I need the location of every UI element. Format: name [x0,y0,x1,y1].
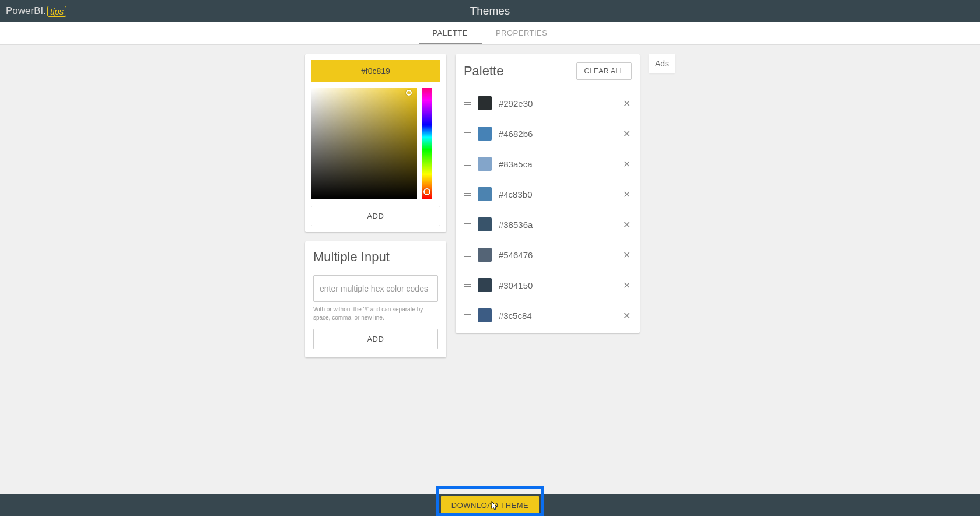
palette-row: #4c83b0✕ [463,179,633,209]
multiple-hex-input[interactable] [313,275,438,302]
color-swatch [478,248,492,262]
color-swatch [478,187,492,201]
remove-color-button[interactable]: ✕ [622,97,632,110]
remove-color-button[interactable]: ✕ [622,309,632,322]
drag-handle-icon[interactable] [464,254,471,257]
remove-color-button[interactable]: ✕ [622,248,632,262]
palette-row: #3c5c84✕ [463,300,633,331]
color-swatch [478,308,492,322]
multiple-input-card: Multiple Input With or without the '#' a… [305,241,446,357]
hex-label: #38536a [499,220,615,230]
multiple-input-title: Multiple Input [313,250,438,265]
saturation-panel[interactable] [311,88,417,199]
multiple-input-helper: With or without the '#' and can separate… [313,306,438,322]
palette-row: #546476✕ [463,240,633,270]
download-theme-button[interactable]: DOWNLOAD THEME [441,496,539,515]
tabs-bar: PALETTE PROPERTIES [0,22,980,45]
color-swatch [478,96,492,110]
remove-color-button[interactable]: ✕ [622,188,632,201]
color-picker-card: #f0c819 ADD [305,54,446,232]
current-hex-display: #f0c819 [311,60,440,82]
palette-row: #304150✕ [463,270,633,300]
content-area: #f0c819 ADD Multiple Input With or witho… [0,45,980,367]
hex-label: #4c83b0 [499,189,615,199]
hex-label: #3c5c84 [499,311,615,321]
tab-palette[interactable]: PALETTE [419,22,482,44]
left-column: #f0c819 ADD Multiple Input With or witho… [305,54,446,357]
saturation-handle[interactable] [406,90,412,96]
picker-body [311,88,440,199]
hex-label: #546476 [499,250,615,260]
color-swatch [478,278,492,292]
remove-color-button[interactable]: ✕ [622,127,632,141]
add-color-button[interactable]: ADD [311,206,440,226]
drag-handle-icon[interactable] [464,132,471,135]
hue-slider[interactable] [422,88,432,199]
hue-handle[interactable] [424,188,430,195]
drag-handle-icon[interactable] [464,193,471,196]
hex-label: #4682b6 [499,129,615,139]
top-bar: PowerBI.tips Themes [0,0,980,22]
drag-handle-icon[interactable] [464,102,471,105]
palette-row: #38536a✕ [463,209,633,240]
remove-color-button[interactable]: ✕ [622,157,632,171]
drag-handle-icon[interactable] [464,284,471,287]
clear-all-button[interactable]: CLEAR ALL [576,62,632,80]
remove-color-button[interactable]: ✕ [622,218,632,231]
palette-card: Palette CLEAR ALL #292e30✕#4682b6✕#83a5c… [456,54,640,333]
hex-label: #83a5ca [499,159,615,169]
bottom-bar: DOWNLOAD THEME [0,494,980,516]
color-swatch [478,127,492,141]
logo[interactable]: PowerBI.tips [6,5,66,17]
color-swatch [478,217,492,231]
hex-label: #292e30 [499,99,615,108]
logo-suffix: tips [47,6,66,17]
hex-label: #304150 [499,280,615,290]
page-title: Themes [470,5,510,17]
ads-box: Ads [649,54,675,73]
add-multiple-button[interactable]: ADD [313,329,438,349]
palette-title: Palette [464,64,504,79]
drag-handle-icon[interactable] [464,223,471,226]
palette-row: #292e30✕ [463,88,633,118]
logo-prefix: PowerBI. [6,5,46,17]
color-swatch [478,157,492,171]
remove-color-button[interactable]: ✕ [622,279,632,292]
tab-properties[interactable]: PROPERTIES [482,22,562,44]
palette-row: #4682b6✕ [463,118,633,149]
palette-header: Palette CLEAR ALL [463,60,633,80]
palette-list: #292e30✕#4682b6✕#83a5ca✕#4c83b0✕#38536a✕… [463,88,633,331]
drag-handle-icon[interactable] [464,163,471,166]
palette-row: #83a5ca✕ [463,149,633,179]
drag-handle-icon[interactable] [464,314,471,317]
